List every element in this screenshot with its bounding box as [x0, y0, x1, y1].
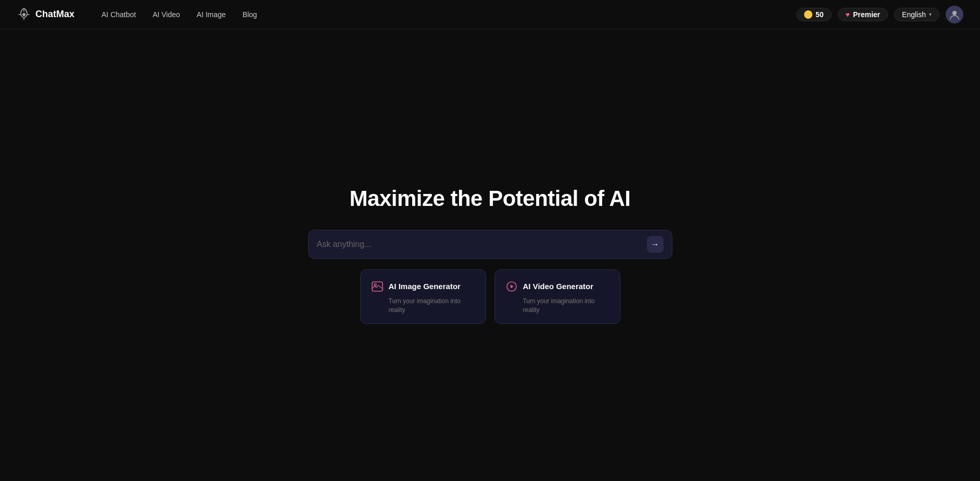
image-card-header: AI Image Generator — [371, 280, 475, 293]
video-card-title: AI Video Generator — [523, 282, 594, 291]
search-container: → — [308, 230, 672, 259]
main-content: Maximize the Potential of AI → AI Image … — [0, 29, 980, 481]
arrow-icon: → — [651, 240, 659, 249]
premier-badge[interactable]: ♥ Premier — [838, 8, 888, 21]
navbar: ChatMax AI Chatbot AI Video AI Image Blo… — [0, 0, 980, 29]
language-selector[interactable]: English ▾ — [894, 8, 939, 21]
search-input[interactable] — [317, 240, 647, 249]
video-generator-card[interactable]: AI Video Generator Turn your imagination… — [494, 269, 620, 324]
coins-badge[interactable]: 50 — [796, 8, 832, 21]
language-label: English — [902, 10, 926, 19]
image-generator-card[interactable]: AI Image Generator Turn your imagination… — [360, 269, 486, 324]
video-generator-icon — [505, 280, 518, 293]
nav-link-blog[interactable]: Blog — [236, 7, 263, 22]
premier-label: Premier — [853, 10, 880, 19]
image-generator-icon — [371, 280, 384, 293]
coin-icon — [804, 10, 812, 19]
video-card-header: AI Video Generator — [505, 280, 609, 293]
search-box: → — [308, 230, 672, 259]
video-card-subtitle: Turn your imagination into reality — [505, 297, 609, 315]
svg-point-1 — [952, 11, 957, 15]
cards-row: AI Image Generator Turn your imagination… — [360, 269, 620, 324]
logo-icon — [17, 7, 31, 22]
premier-icon: ♥ — [846, 10, 850, 19]
image-card-subtitle: Turn your imagination into reality — [371, 297, 475, 315]
nav-link-video[interactable]: AI Video — [146, 7, 186, 22]
coins-value: 50 — [816, 10, 824, 19]
nav-link-chatbot[interactable]: AI Chatbot — [95, 7, 142, 22]
brand-name: ChatMax — [35, 9, 74, 20]
logo-area[interactable]: ChatMax — [17, 7, 74, 22]
svg-point-0 — [22, 13, 26, 16]
chevron-down-icon: ▾ — [929, 11, 932, 17]
nav-links: AI Chatbot AI Video AI Image Blog — [95, 7, 796, 22]
svg-point-3 — [374, 283, 376, 285]
nav-link-image[interactable]: AI Image — [190, 7, 232, 22]
user-avatar[interactable] — [946, 6, 963, 23]
user-icon — [949, 9, 960, 20]
hero-title: Maximize the Potential of AI — [350, 186, 631, 211]
image-card-title: AI Image Generator — [389, 282, 461, 291]
nav-right: 50 ♥ Premier English ▾ — [796, 6, 963, 23]
search-submit-button[interactable]: → — [647, 236, 664, 253]
